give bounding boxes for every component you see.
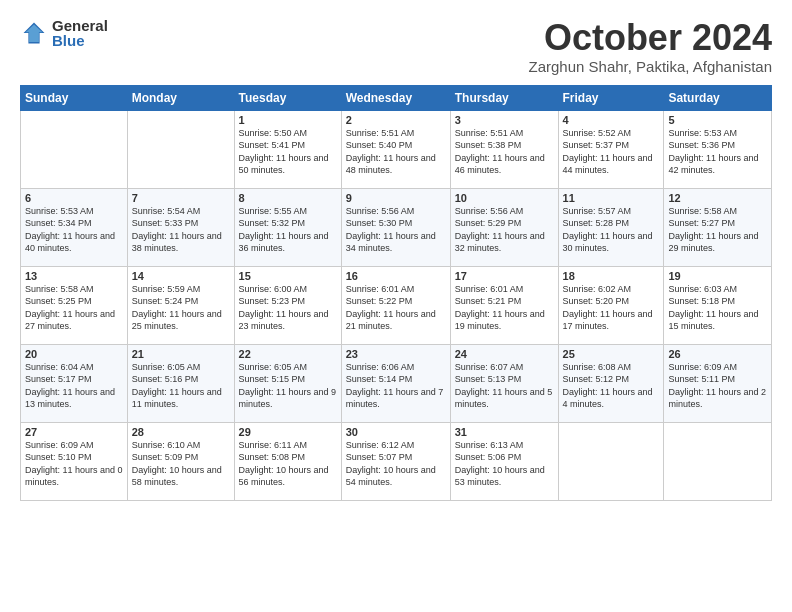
- weekday-header-monday: Monday: [127, 85, 234, 110]
- day-number: 25: [563, 348, 660, 360]
- calendar-cell: 16Sunrise: 6:01 AMSunset: 5:22 PMDayligh…: [341, 266, 450, 344]
- calendar-cell: 31Sunrise: 6:13 AMSunset: 5:06 PMDayligh…: [450, 422, 558, 500]
- day-info: Sunrise: 5:55 AMSunset: 5:32 PMDaylight:…: [239, 205, 337, 255]
- day-info: Sunrise: 5:59 AMSunset: 5:24 PMDaylight:…: [132, 283, 230, 333]
- day-number: 10: [455, 192, 554, 204]
- calendar-cell: 19Sunrise: 6:03 AMSunset: 5:18 PMDayligh…: [664, 266, 772, 344]
- calendar-cell: 23Sunrise: 6:06 AMSunset: 5:14 PMDayligh…: [341, 344, 450, 422]
- weekday-header-saturday: Saturday: [664, 85, 772, 110]
- calendar-cell: 7Sunrise: 5:54 AMSunset: 5:33 PMDaylight…: [127, 188, 234, 266]
- day-info: Sunrise: 5:53 AMSunset: 5:34 PMDaylight:…: [25, 205, 123, 255]
- calendar-cell: 27Sunrise: 6:09 AMSunset: 5:10 PMDayligh…: [21, 422, 128, 500]
- day-info: Sunrise: 6:00 AMSunset: 5:23 PMDaylight:…: [239, 283, 337, 333]
- day-number: 8: [239, 192, 337, 204]
- day-number: 15: [239, 270, 337, 282]
- calendar-cell: 30Sunrise: 6:12 AMSunset: 5:07 PMDayligh…: [341, 422, 450, 500]
- day-info: Sunrise: 5:51 AMSunset: 5:38 PMDaylight:…: [455, 127, 554, 177]
- day-number: 4: [563, 114, 660, 126]
- calendar-cell: 9Sunrise: 5:56 AMSunset: 5:30 PMDaylight…: [341, 188, 450, 266]
- calendar-cell: 4Sunrise: 5:52 AMSunset: 5:37 PMDaylight…: [558, 110, 664, 188]
- day-info: Sunrise: 5:52 AMSunset: 5:37 PMDaylight:…: [563, 127, 660, 177]
- day-info: Sunrise: 5:54 AMSunset: 5:33 PMDaylight:…: [132, 205, 230, 255]
- day-number: 14: [132, 270, 230, 282]
- calendar-cell: 17Sunrise: 6:01 AMSunset: 5:21 PMDayligh…: [450, 266, 558, 344]
- weekday-header-tuesday: Tuesday: [234, 85, 341, 110]
- day-info: Sunrise: 5:56 AMSunset: 5:29 PMDaylight:…: [455, 205, 554, 255]
- logo-general-text: General: [52, 18, 108, 33]
- logo: General Blue: [20, 18, 108, 48]
- location-title: Zarghun Shahr, Paktika, Afghanistan: [529, 58, 773, 75]
- calendar-cell: 20Sunrise: 6:04 AMSunset: 5:17 PMDayligh…: [21, 344, 128, 422]
- day-info: Sunrise: 6:08 AMSunset: 5:12 PMDaylight:…: [563, 361, 660, 411]
- calendar-cell: 6Sunrise: 5:53 AMSunset: 5:34 PMDaylight…: [21, 188, 128, 266]
- day-info: Sunrise: 6:10 AMSunset: 5:09 PMDaylight:…: [132, 439, 230, 489]
- day-number: 31: [455, 426, 554, 438]
- logo-icon: [20, 19, 48, 47]
- day-number: 16: [346, 270, 446, 282]
- calendar-cell: 3Sunrise: 5:51 AMSunset: 5:38 PMDaylight…: [450, 110, 558, 188]
- day-number: 28: [132, 426, 230, 438]
- title-section: October 2024 Zarghun Shahr, Paktika, Afg…: [529, 18, 773, 75]
- day-info: Sunrise: 5:56 AMSunset: 5:30 PMDaylight:…: [346, 205, 446, 255]
- day-info: Sunrise: 6:05 AMSunset: 5:15 PMDaylight:…: [239, 361, 337, 411]
- day-number: 7: [132, 192, 230, 204]
- week-row-2: 6Sunrise: 5:53 AMSunset: 5:34 PMDaylight…: [21, 188, 772, 266]
- day-number: 5: [668, 114, 767, 126]
- day-number: 21: [132, 348, 230, 360]
- day-number: 20: [25, 348, 123, 360]
- day-info: Sunrise: 6:05 AMSunset: 5:16 PMDaylight:…: [132, 361, 230, 411]
- calendar-cell: [127, 110, 234, 188]
- day-info: Sunrise: 5:58 AMSunset: 5:25 PMDaylight:…: [25, 283, 123, 333]
- day-info: Sunrise: 6:09 AMSunset: 5:11 PMDaylight:…: [668, 361, 767, 411]
- day-number: 23: [346, 348, 446, 360]
- weekday-header-friday: Friday: [558, 85, 664, 110]
- calendar-cell: 26Sunrise: 6:09 AMSunset: 5:11 PMDayligh…: [664, 344, 772, 422]
- calendar-cell: 1Sunrise: 5:50 AMSunset: 5:41 PMDaylight…: [234, 110, 341, 188]
- calendar-cell: 24Sunrise: 6:07 AMSunset: 5:13 PMDayligh…: [450, 344, 558, 422]
- day-info: Sunrise: 6:13 AMSunset: 5:06 PMDaylight:…: [455, 439, 554, 489]
- calendar-cell: 25Sunrise: 6:08 AMSunset: 5:12 PMDayligh…: [558, 344, 664, 422]
- day-info: Sunrise: 6:04 AMSunset: 5:17 PMDaylight:…: [25, 361, 123, 411]
- day-info: Sunrise: 5:58 AMSunset: 5:27 PMDaylight:…: [668, 205, 767, 255]
- day-number: 18: [563, 270, 660, 282]
- calendar-cell: [21, 110, 128, 188]
- day-info: Sunrise: 5:50 AMSunset: 5:41 PMDaylight:…: [239, 127, 337, 177]
- day-number: 17: [455, 270, 554, 282]
- day-number: 3: [455, 114, 554, 126]
- month-title: October 2024: [529, 18, 773, 58]
- calendar-cell: 15Sunrise: 6:00 AMSunset: 5:23 PMDayligh…: [234, 266, 341, 344]
- calendar-cell: 8Sunrise: 5:55 AMSunset: 5:32 PMDaylight…: [234, 188, 341, 266]
- calendar-cell: [558, 422, 664, 500]
- day-number: 11: [563, 192, 660, 204]
- week-row-4: 20Sunrise: 6:04 AMSunset: 5:17 PMDayligh…: [21, 344, 772, 422]
- day-info: Sunrise: 6:01 AMSunset: 5:22 PMDaylight:…: [346, 283, 446, 333]
- day-number: 9: [346, 192, 446, 204]
- day-number: 1: [239, 114, 337, 126]
- day-info: Sunrise: 6:02 AMSunset: 5:20 PMDaylight:…: [563, 283, 660, 333]
- calendar-table: SundayMondayTuesdayWednesdayThursdayFrid…: [20, 85, 772, 501]
- week-row-5: 27Sunrise: 6:09 AMSunset: 5:10 PMDayligh…: [21, 422, 772, 500]
- day-number: 6: [25, 192, 123, 204]
- day-info: Sunrise: 6:01 AMSunset: 5:21 PMDaylight:…: [455, 283, 554, 333]
- weekday-header-row: SundayMondayTuesdayWednesdayThursdayFrid…: [21, 85, 772, 110]
- calendar-cell: 28Sunrise: 6:10 AMSunset: 5:09 PMDayligh…: [127, 422, 234, 500]
- day-info: Sunrise: 6:12 AMSunset: 5:07 PMDaylight:…: [346, 439, 446, 489]
- calendar-cell: 10Sunrise: 5:56 AMSunset: 5:29 PMDayligh…: [450, 188, 558, 266]
- day-number: 22: [239, 348, 337, 360]
- calendar-cell: 13Sunrise: 5:58 AMSunset: 5:25 PMDayligh…: [21, 266, 128, 344]
- calendar-cell: 18Sunrise: 6:02 AMSunset: 5:20 PMDayligh…: [558, 266, 664, 344]
- weekday-header-wednesday: Wednesday: [341, 85, 450, 110]
- calendar-cell: 21Sunrise: 6:05 AMSunset: 5:16 PMDayligh…: [127, 344, 234, 422]
- day-number: 12: [668, 192, 767, 204]
- week-row-1: 1Sunrise: 5:50 AMSunset: 5:41 PMDaylight…: [21, 110, 772, 188]
- calendar-cell: 5Sunrise: 5:53 AMSunset: 5:36 PMDaylight…: [664, 110, 772, 188]
- weekday-header-sunday: Sunday: [21, 85, 128, 110]
- day-number: 26: [668, 348, 767, 360]
- day-number: 13: [25, 270, 123, 282]
- calendar-cell: 12Sunrise: 5:58 AMSunset: 5:27 PMDayligh…: [664, 188, 772, 266]
- day-number: 29: [239, 426, 337, 438]
- calendar-cell: 29Sunrise: 6:11 AMSunset: 5:08 PMDayligh…: [234, 422, 341, 500]
- day-number: 2: [346, 114, 446, 126]
- calendar-cell: 2Sunrise: 5:51 AMSunset: 5:40 PMDaylight…: [341, 110, 450, 188]
- day-info: Sunrise: 5:53 AMSunset: 5:36 PMDaylight:…: [668, 127, 767, 177]
